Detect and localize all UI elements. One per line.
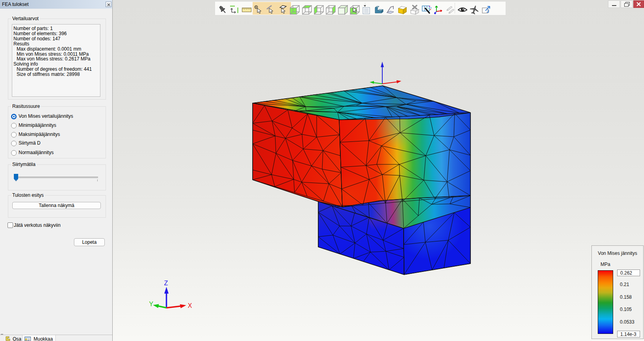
svg-text:Z: Z xyxy=(164,280,168,286)
svg-text:X: X xyxy=(188,302,192,309)
svg-text:Y: Y xyxy=(149,301,153,307)
